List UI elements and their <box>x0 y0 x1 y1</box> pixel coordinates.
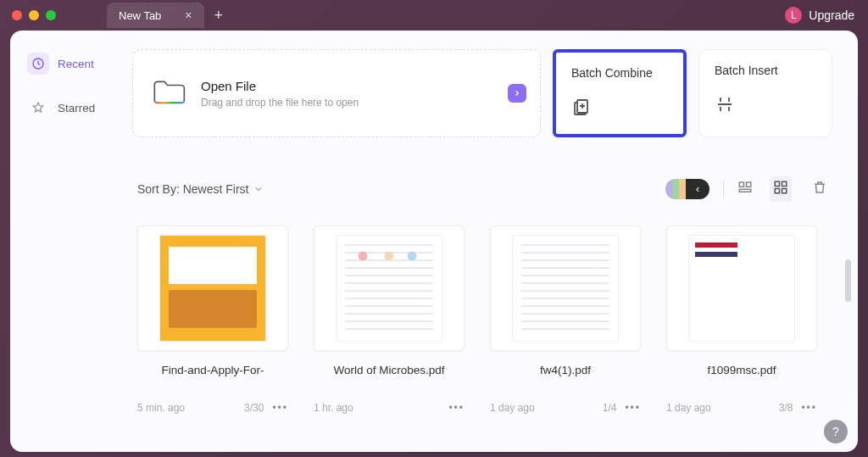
insert-icon <box>715 94 816 118</box>
svg-rect-3 <box>739 182 743 187</box>
sidebar-item-label: Starred <box>58 102 95 114</box>
color-tag-filter[interactable] <box>665 179 709 199</box>
combine-icon <box>571 97 668 120</box>
help-icon: ? <box>832 425 839 438</box>
svg-rect-1 <box>154 102 184 103</box>
sort-label-text: Sort By: Newest First <box>137 182 248 196</box>
file-name: Find-and-Apply-For- <box>137 363 288 393</box>
file-pages: 3/8 <box>779 402 793 414</box>
scrollbar-thumb[interactable] <box>845 259 851 302</box>
list-view-button[interactable] <box>737 180 753 198</box>
file-pages: 1/4 <box>603 402 617 414</box>
file-meta: 1 hr. ago ••• <box>314 402 465 414</box>
more-options-button[interactable]: ••• <box>272 402 288 414</box>
window-controls <box>12 10 56 20</box>
file-pages: 3/30 <box>244 402 264 414</box>
batch-card-title: Batch Combine <box>571 66 668 80</box>
file-card[interactable]: fw4(1).pdf 1 day ago 1/4 ••• <box>490 226 641 414</box>
collapse-tags-icon[interactable] <box>686 179 709 199</box>
star-icon <box>27 97 49 119</box>
chevron-down-icon <box>253 184 264 194</box>
tab-new[interactable]: New Tab × <box>107 3 204 28</box>
sort-dropdown[interactable]: Sort By: Newest First <box>137 182 264 196</box>
open-file-arrow-button[interactable] <box>508 84 526 103</box>
grid-view-button[interactable] <box>770 176 792 202</box>
file-name: World of Microbes.pdf <box>314 363 465 393</box>
sidebar-item-recent[interactable]: Recent <box>19 46 110 81</box>
more-options-button[interactable]: ••• <box>448 402 465 414</box>
file-thumbnail[interactable] <box>490 226 641 351</box>
file-thumbnail[interactable] <box>666 226 817 351</box>
svg-rect-6 <box>775 181 779 186</box>
divider <box>723 181 724 198</box>
batch-insert-card[interactable]: Batch Insert <box>698 49 832 137</box>
more-options-button[interactable]: ••• <box>801 402 817 414</box>
titlebar: New Tab × + L Upgrade <box>0 0 868 31</box>
batch-combine-card[interactable]: Batch Combine <box>553 49 687 137</box>
sidebar-item-label: Recent <box>58 58 94 70</box>
maximize-window-button[interactable] <box>46 10 56 20</box>
file-name: fw4(1).pdf <box>490 363 641 393</box>
svg-rect-7 <box>782 181 787 186</box>
file-thumbnail[interactable] <box>137 226 288 351</box>
app-surface: Recent Starred Open File <box>10 31 858 452</box>
folder-icon <box>152 77 186 109</box>
open-file-title: Open File <box>201 79 359 93</box>
file-time: 5 min. ago <box>137 402 185 414</box>
file-card[interactable]: f1099msc.pdf 1 day ago 3/8 ••• <box>666 226 817 414</box>
file-time: 1 day ago <box>490 402 535 414</box>
open-file-card[interactable]: Open File Drag and drop the file here to… <box>132 49 541 137</box>
close-tab-icon[interactable]: × <box>185 8 192 22</box>
close-window-button[interactable] <box>12 10 22 20</box>
file-name: f1099msc.pdf <box>666 363 817 393</box>
open-file-texts: Open File Drag and drop the file here to… <box>201 79 359 109</box>
more-options-button[interactable]: ••• <box>625 402 641 414</box>
svg-rect-8 <box>775 189 779 193</box>
svg-rect-5 <box>739 189 751 192</box>
file-card[interactable]: World of Microbes.pdf 1 hr. ago ••• <box>314 226 465 414</box>
sidebar: Recent Starred <box>10 31 119 452</box>
trash-button[interactable] <box>812 180 827 198</box>
file-thumbnail[interactable] <box>314 226 465 351</box>
svg-rect-4 <box>747 182 751 187</box>
file-time: 1 hr. ago <box>314 402 353 414</box>
svg-rect-9 <box>782 189 787 193</box>
avatar[interactable]: L <box>785 7 802 24</box>
upgrade-area[interactable]: L Upgrade <box>785 7 854 24</box>
clock-icon <box>27 53 49 75</box>
help-button[interactable]: ? <box>824 420 848 443</box>
sidebar-item-starred[interactable]: Starred <box>19 90 110 125</box>
file-meta: 1 day ago 1/4 ••• <box>490 402 641 414</box>
add-tab-button[interactable]: + <box>214 7 224 25</box>
sort-bar: Sort By: Newest First <box>132 176 832 202</box>
open-file-subtitle: Drag and drop the file here to open <box>201 97 359 109</box>
tab-title: New Tab <box>119 9 161 22</box>
top-cards: Open File Drag and drop the file here to… <box>132 49 832 137</box>
file-meta: 5 min. ago 3/30 ••• <box>137 402 288 414</box>
minimize-window-button[interactable] <box>29 10 39 20</box>
files-grid: Find-and-Apply-For- 5 min. ago 3/30 ••• … <box>132 226 832 414</box>
batch-card-title: Batch Insert <box>715 64 816 77</box>
content-area: Open File Drag and drop the file here to… <box>119 31 858 452</box>
upgrade-label: Upgrade <box>809 8 854 22</box>
file-card[interactable]: Find-and-Apply-For- 5 min. ago 3/30 ••• <box>137 226 288 414</box>
file-meta: 1 day ago 3/8 ••• <box>666 402 817 414</box>
file-time: 1 day ago <box>666 402 711 414</box>
